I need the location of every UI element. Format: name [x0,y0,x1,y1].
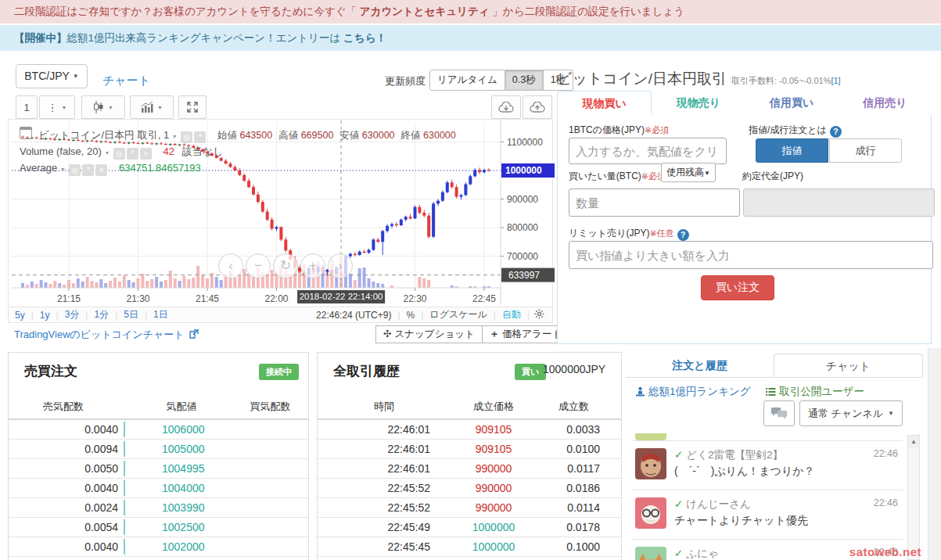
channel-select[interactable]: 通常 チャンネル▼ [799,400,903,426]
zoom-in-button[interactable]: + [300,253,325,278]
bar-style-button[interactable]: ⋮▼ [39,95,75,119]
cloud-upload-icon [530,102,545,113]
scroll-right-button[interactable]: › [328,253,353,278]
order-book-row[interactable]: 0.00941005000 [9,440,308,459]
pair-select-button[interactable]: BTC/JPY▼ [16,64,88,88]
range-1d-button[interactable]: 1日 [147,308,174,321]
order-book-row[interactable]: 0.00401006000 [9,420,308,440]
quote-price[interactable]: 1004995 [131,459,232,478]
depth-bar [118,498,131,517]
verified-check-icon: ✓ [674,498,683,510]
tab-margin-sell[interactable]: 信用売り [839,91,932,114]
scroll-up-arrow-icon[interactable]: ▲ [908,436,919,448]
order-book-row[interactable]: 0.00501004995 [9,459,308,479]
chart-type-button[interactable]: ▼ [81,95,125,119]
order-book-row[interactable]: 0.00541002500 [9,518,308,537]
watermark: satoweb.net [849,545,921,558]
tab-chat[interactable]: チャット [774,354,923,377]
interval-button[interactable]: 1 [16,95,38,119]
scroll-left-button[interactable]: ‹ [218,253,243,278]
percent-scale-button[interactable]: % [400,310,422,321]
log-scale-button[interactable]: ログスケール [423,308,493,321]
buy-order-submit-button[interactable]: 買い注文 [701,275,774,300]
fullscreen-button[interactable] [178,95,207,119]
account-security-link[interactable]: アカウントとセキュリティ [360,5,490,17]
depth-bar [118,420,131,439]
cloud-save-button[interactable] [523,95,552,119]
trade-history-row: 22:45:529900000.0114 [318,498,621,518]
ask-amount: 0.0050 [9,459,118,478]
quote-price[interactable]: 1005000 [131,440,232,458]
limit-order-button[interactable]: 指値 [756,138,828,163]
indicators-button[interactable]: ▼ [130,95,174,119]
amount-input[interactable] [569,188,740,217]
range-3m-button[interactable]: 3分 [59,308,86,321]
ranking-link[interactable]: 総額1億円ランキング [635,386,751,397]
close-icon[interactable]: × [140,148,152,160]
chart-link[interactable]: チャート [102,74,150,88]
page-scrollbar[interactable] [928,348,941,560]
quote-price[interactable]: 1002500 [131,518,232,537]
settings-icon[interactable]: * [127,148,138,160]
tab-margin-buy[interactable]: 信用買い [745,91,839,114]
gear-icon[interactable] [530,309,552,321]
chart-legend-volume: Volume (false, 20) ▼ ◎*× 42 該当なし [20,145,223,160]
order-book-row[interactable]: 0.00241003990 [9,498,308,518]
public-users-link[interactable]: 取引公開ユーザー [766,386,864,397]
bid-amount [232,518,308,537]
settings-icon[interactable]: * [194,131,206,143]
quote-price[interactable]: 1006000 [131,420,232,439]
style-icon[interactable]: ◎ [181,131,192,143]
style-icon[interactable]: ◎ [69,164,81,176]
quote-price[interactable]: 1002000 [131,537,232,556]
tab-spot-sell[interactable]: 現物売り [652,91,745,114]
help-icon[interactable]: ? [830,126,842,138]
campaign-link[interactable]: こちら！ [343,32,386,44]
chat-scrollbar[interactable]: ▲ [907,435,920,560]
reset-chart-button[interactable]: ↻ [273,253,298,278]
tab-spot-buy[interactable]: 現物買い [557,91,652,114]
chevron-down-icon: ▼ [104,150,110,156]
limit-sell-input[interactable] [569,241,933,269]
bid-amount [232,557,308,560]
chevron-down-icon: ▼ [704,170,710,177]
style-icon[interactable]: ◎ [113,148,125,160]
trade-price: 1000000 [451,557,537,560]
range-5y-button[interactable]: 5y [9,310,31,321]
order-book-row[interactable]: 0.00081001990 [9,557,308,560]
quote-price[interactable]: 1003990 [131,498,232,517]
trade-tabs: 現物買い 現物売り 信用買い 信用売り [557,91,932,115]
settings-icon[interactable]: * [82,164,94,176]
ask-amount: 0.0094 [9,440,118,458]
range-1y-button[interactable]: 1y [34,310,56,321]
range-1m-button[interactable]: 1分 [88,308,115,321]
svg-text:633997: 633997 [508,270,540,281]
price-input[interactable] [569,138,727,164]
snapshot-button[interactable]: ✣スナップショット [375,325,483,343]
cloud-load-button[interactable] [491,95,521,119]
order-book-row[interactable]: 0.00401004000 [9,479,308,498]
tab-orders-history[interactable]: 注文と履歴 [626,354,774,377]
close-icon[interactable]: × [95,164,107,176]
auto-scale-button[interactable]: 自動 [496,308,527,321]
help-icon[interactable]: ? [677,229,689,241]
order-book-row[interactable]: 0.00401002000 [9,537,308,557]
chat-bubble-button[interactable] [763,400,795,426]
refresh-03s-button[interactable]: 0.3秒 [505,70,544,91]
close-value: 630000 [423,130,456,141]
social-tabs: 注文と履歴 チャット [626,354,923,378]
fee-footnote-link[interactable]: [1] [831,76,840,85]
chart-footer-toolbar: 5y| 1y| 3分| 1分| 5日| 1日 22:46:24 (UTC+9) … [8,307,553,323]
tradingview-link[interactable]: TradingViewのビットコインチャート [14,328,199,342]
range-5d-button[interactable]: 5日 [117,308,145,321]
last-trade-price: 1000000JPY [543,363,605,375]
use-balance-button[interactable]: 使用残高▼ [661,163,716,182]
quote-price[interactable]: 1001990 [131,557,232,560]
order-book-card: 売買注文 接続中 売気配数気配値買気配数 0.004010060000.0094… [8,352,309,560]
trade-history-row: 22:45:529900000.0186 [318,479,621,498]
quote-price[interactable]: 1004000 [131,479,232,497]
zoom-out-button[interactable]: − [246,253,271,278]
chat-controls: 通常 チャンネル▼ [763,400,903,426]
market-order-button[interactable]: 成行 [829,138,902,163]
refresh-realtime-button[interactable]: リアルタイム [429,70,505,91]
